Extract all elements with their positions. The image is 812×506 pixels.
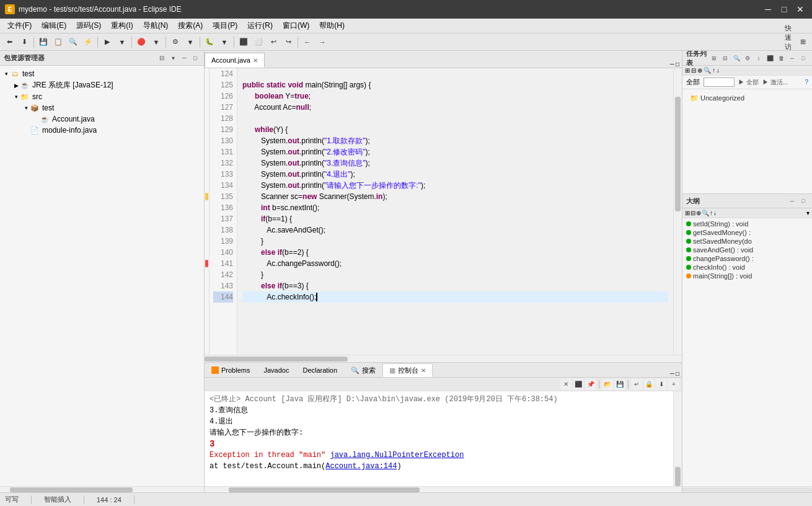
toolbar-btn-17[interactable]: ↪ — [281, 35, 295, 49]
outline-tb-7[interactable]: ▾ — [806, 210, 810, 216]
minimize-button[interactable]: ─ — [761, 2, 775, 16]
tasks-tb-btn-1[interactable]: ⊞ — [685, 67, 690, 74]
toolbar-btn-10[interactable]: ⚙ — [169, 35, 182, 49]
close-button[interactable]: ✕ — [793, 2, 807, 16]
menu-file[interactable]: 文件(F) — [2, 19, 37, 32]
editor-minimize-icon[interactable]: ─ — [670, 61, 674, 68]
tasks-icon-3[interactable]: 🔍 — [731, 53, 741, 63]
outline-tb-3[interactable]: ⊕ — [696, 210, 701, 216]
tasks-icon-1[interactable]: ⊞ — [709, 53, 719, 63]
console-file-link[interactable]: Account.java:144 — [325, 462, 397, 471]
toolbar-btn-3[interactable]: 📋 — [51, 35, 65, 49]
uncategorized-item[interactable]: 📁 Uncategorized — [685, 92, 810, 105]
toolbar-btn-save[interactable]: 💾 — [37, 35, 50, 49]
toolbar-btn-11[interactable]: ▼ — [183, 35, 197, 49]
toolbar-btn-6[interactable]: ▶ — [100, 35, 114, 49]
tasks-icon-2[interactable]: ⊟ — [720, 53, 730, 63]
tasks-tb-btn-3[interactable]: ⊕ — [697, 67, 702, 74]
tasks-icon-6[interactable]: ⬛ — [765, 53, 775, 63]
outline-setId[interactable]: setId(String) : void — [684, 220, 811, 228]
tasks-tb-btn-6[interactable]: ↓ — [717, 67, 720, 74]
console-pin-btn[interactable]: 📌 — [585, 379, 596, 390]
toolbar-btn-7[interactable]: ▼ — [115, 35, 129, 49]
outline-tb-5[interactable]: ↑ — [710, 210, 713, 216]
menu-help[interactable]: 帮助(H) — [314, 19, 350, 32]
editor-maximize-icon[interactable]: □ — [676, 61, 679, 68]
tasks-search-input[interactable] — [704, 78, 735, 87]
menu-search[interactable]: 搜索(A) — [173, 19, 208, 32]
outline-min[interactable]: ─ — [787, 196, 797, 206]
tasks-min[interactable]: ─ — [787, 53, 797, 63]
tasks-icon-4[interactable]: ⚙ — [743, 53, 752, 63]
tree-item-src[interactable]: ▾ 📁 src — [0, 91, 204, 102]
console-clear-btn[interactable]: ✕ — [560, 379, 571, 390]
bottom-tab-search[interactable]: 🔍 搜索 — [344, 363, 382, 377]
console-save-btn[interactable]: 💾 — [614, 379, 625, 390]
menu-edit[interactable]: 编辑(E) — [37, 19, 71, 32]
outline-tb-2[interactable]: ⊟ — [691, 210, 695, 216]
toolbar-btn-18[interactable]: ← — [301, 35, 314, 49]
outline-changePassword[interactable]: changePassword() : — [684, 254, 811, 263]
tasks-icon-7[interactable]: 🗑 — [776, 53, 786, 63]
maximize-button[interactable]: □ — [777, 2, 791, 16]
tasks-max[interactable]: □ — [798, 53, 808, 63]
console-open-btn[interactable]: 📂 — [602, 379, 613, 390]
console-scrollbar[interactable] — [673, 391, 682, 486]
outline-setSavedMoney[interactable]: setSavedMoney(do — [684, 237, 811, 246]
editor-tab-account[interactable]: Account.java ✕ — [205, 53, 265, 68]
outline-main[interactable]: main(String[]) : void — [684, 272, 811, 280]
toolbar-btn-9[interactable]: ▼ — [149, 35, 163, 49]
sidebar-menu-icon[interactable]: ▾ — [168, 53, 178, 63]
outline-scrollbar[interactable] — [682, 486, 812, 492]
sidebar-min-icon[interactable]: ─ — [179, 53, 189, 63]
toolbar-btn-1[interactable]: ⬅ — [2, 35, 16, 49]
console-hscrollbar[interactable] — [205, 486, 682, 492]
tasks-icon-5[interactable]: ↕ — [754, 53, 764, 63]
toolbar-btn-12[interactable]: 🐛 — [203, 35, 216, 49]
outline-checkInfo[interactable]: checkInfo() : void — [684, 263, 811, 272]
toolbar-btn-2[interactable]: ⬇ — [17, 35, 31, 49]
bottom-max-icon[interactable]: □ — [676, 370, 679, 377]
toolbar-btn-5[interactable]: ⚡ — [81, 35, 95, 49]
sidebar-scrollbar[interactable] — [0, 486, 204, 492]
outline-getSavedMoney[interactable]: getSavedMoney() : — [684, 228, 811, 237]
console-exception-link[interactable]: java.lang.NullPointerException — [330, 451, 464, 459]
tree-item-test-pkg[interactable]: ▾ 📦 test — [0, 102, 204, 113]
menu-source[interactable]: 源码(S) — [71, 19, 106, 32]
editor-tab-close[interactable]: ✕ — [253, 57, 258, 64]
outline-tb-6[interactable]: ↓ — [713, 210, 717, 216]
menu-run[interactable]: 运行(R) — [242, 19, 278, 32]
tasks-help-link[interactable]: ? — [805, 79, 808, 86]
bottom-tab-declaration[interactable]: Declaration — [296, 363, 344, 377]
bottom-tab-console[interactable]: ▦ 控制台 ✕ — [382, 363, 433, 377]
console-tab-close[interactable]: ✕ — [421, 367, 426, 374]
menu-window[interactable]: 窗口(W) — [278, 19, 314, 32]
sidebar-max-icon[interactable]: □ — [190, 53, 200, 63]
outline-tb-4[interactable]: 🔍 — [702, 210, 709, 216]
tree-item-test[interactable]: ▾ 🗂 test — [0, 68, 204, 79]
bottom-tab-javadoc[interactable]: Javadoc — [257, 363, 296, 377]
editor-hscrollbar[interactable] — [205, 355, 682, 362]
outline-saveAndGet[interactable]: saveAndGet() : void — [684, 246, 811, 254]
console-scroll-btn[interactable]: ⬇ — [656, 379, 667, 390]
tasks-tb-btn-2[interactable]: ⊟ — [691, 67, 696, 74]
toolbar-btn-15[interactable]: ⬜ — [252, 35, 265, 49]
console-lock-btn[interactable]: 🔒 — [643, 379, 655, 390]
sidebar-collapse-icon[interactable]: ⊟ — [157, 53, 167, 63]
menu-refactor[interactable]: 重构(I) — [106, 19, 138, 32]
console-stop-btn[interactable]: ⬛ — [573, 379, 584, 390]
menu-navigate[interactable]: 导航(N) — [138, 19, 174, 32]
toolbar-btn-14[interactable]: ⬛ — [237, 35, 250, 49]
toolbar-btn-16[interactable]: ↩ — [267, 35, 280, 49]
outline-max[interactable]: □ — [798, 196, 808, 206]
bottom-tab-problems[interactable]: Problems — [205, 363, 257, 377]
tree-item-jre[interactable]: ▶ ☕ JRE 系统库 [JavaSE-12] — [0, 79, 204, 91]
quick-access-btn[interactable]: 快速访问 — [781, 35, 795, 49]
code-content[interactable]: public static void main(String[] args) {… — [237, 68, 673, 355]
console-new-btn[interactable]: + — [668, 379, 679, 390]
toolbar-btn-13[interactable]: ▼ — [218, 35, 231, 49]
tree-item-account-java[interactable]: ☕ Account.java — [0, 113, 204, 125]
menu-project[interactable]: 项目(P) — [208, 19, 242, 32]
tasks-tb-btn-5[interactable]: ↑ — [712, 67, 715, 74]
tasks-activate-dropdown[interactable]: ▶ 激活... — [762, 78, 788, 87]
